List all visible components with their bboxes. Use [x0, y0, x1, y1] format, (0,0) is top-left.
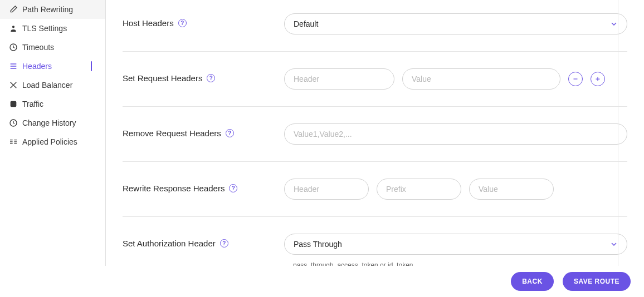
section-rewrite-response-headers: Rewrite Response Headers ? — [123, 162, 627, 217]
request-header-name-input[interactable] — [284, 68, 394, 90]
auth-header-value: Pass Through — [294, 240, 342, 249]
sidebar-item-timeouts[interactable]: Timeouts — [0, 38, 105, 57]
cross-tools-icon — [9, 81, 22, 90]
request-header-value-input[interactable] — [402, 68, 560, 90]
help-icon[interactable]: ? — [207, 74, 215, 82]
chart-icon — [9, 100, 22, 108]
save-route-button[interactable]: SAVE ROUTE — [563, 272, 631, 291]
clock-icon — [9, 43, 22, 52]
sidebar-item-change-history[interactable]: Change History — [0, 113, 105, 132]
section-host-headers: Host Headers ? Default — [123, 0, 627, 52]
panel-right-border — [618, 0, 618, 266]
sidebar-item-label: Change History — [22, 118, 76, 127]
history-icon — [9, 118, 22, 127]
sidebar-item-tls-settings[interactable]: TLS Settings — [0, 19, 105, 38]
help-icon[interactable]: ? — [178, 19, 187, 27]
sidebar-item-label: Headers — [22, 62, 52, 71]
remove-request-headers-label: Remove Request Headers — [123, 128, 221, 138]
policies-icon — [9, 137, 22, 146]
list-icon — [9, 62, 22, 71]
rewrite-header-value-input[interactable] — [469, 179, 554, 200]
set-auth-header-label: Set Authorization Header — [123, 239, 216, 248]
sidebar-item-applied-policies[interactable]: Applied Policies — [0, 132, 105, 151]
sidebar: Path Rewriting TLS Settings Timeouts Hea… — [0, 0, 106, 297]
host-headers-select[interactable]: Default — [284, 13, 627, 34]
sidebar-item-label: TLS Settings — [22, 24, 67, 33]
sidebar-item-headers[interactable]: Headers — [0, 57, 105, 76]
section-remove-request-headers: Remove Request Headers ? — [123, 107, 627, 162]
rewrite-response-headers-label: Rewrite Response Headers — [123, 184, 225, 193]
remove-headers-input[interactable] — [284, 123, 627, 145]
person-icon — [9, 24, 22, 33]
sidebar-item-label: Timeouts — [22, 43, 54, 52]
sidebar-item-load-balancer[interactable]: Load Balancer — [0, 76, 105, 95]
sidebar-item-label: Traffic — [22, 100, 43, 108]
add-header-button[interactable] — [591, 72, 605, 86]
rewrite-header-prefix-input[interactable] — [377, 179, 461, 200]
host-headers-value: Default — [294, 19, 318, 28]
set-request-headers-label: Set Request Headers — [123, 73, 202, 83]
chevron-down-icon — [611, 22, 617, 26]
host-headers-label: Host Headers — [123, 18, 174, 28]
chevron-down-icon — [611, 242, 617, 246]
back-button[interactable]: BACK — [511, 272, 554, 291]
footer: BACK SAVE ROUTE — [0, 266, 644, 297]
help-icon[interactable]: ? — [226, 129, 234, 137]
help-icon[interactable]: ? — [229, 184, 237, 192]
pencil-icon — [9, 5, 22, 14]
sidebar-item-label: Load Balancer — [22, 81, 72, 90]
sidebar-item-path-rewriting[interactable]: Path Rewriting — [0, 0, 105, 19]
svg-point-0 — [12, 26, 14, 28]
svg-rect-2 — [11, 101, 17, 107]
rewrite-header-name-input[interactable] — [284, 179, 369, 200]
sidebar-item-label: Applied Policies — [22, 137, 77, 146]
auth-header-select[interactable]: Pass Through — [284, 234, 627, 255]
remove-header-button[interactable] — [568, 72, 583, 86]
help-icon[interactable]: ? — [220, 239, 228, 248]
sidebar-item-traffic[interactable]: Traffic — [0, 95, 105, 113]
sidebar-item-label: Path Rewriting — [22, 5, 73, 14]
main-content: Host Headers ? Default Set Request Heade… — [106, 0, 644, 297]
section-set-request-headers: Set Request Headers ? — [123, 52, 627, 107]
